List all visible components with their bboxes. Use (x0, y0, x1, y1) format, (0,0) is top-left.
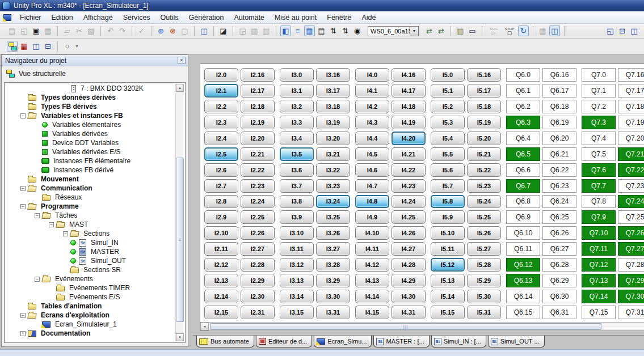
io-button-Q6.7[interactable]: Q6.7 (506, 179, 540, 193)
insert-columns-icon[interactable]: ▥ (261, 26, 272, 36)
io-button-I2.21[interactable]: I2.21 (241, 147, 275, 161)
collapse-box-icon[interactable]: − (35, 213, 40, 218)
io-button-I5.17[interactable]: I5.17 (467, 84, 501, 98)
io-button-Q7.31[interactable]: Q7.31 (618, 306, 644, 319)
io-button-Q7.20[interactable]: Q7.20 (618, 132, 644, 145)
io-button-I5.13[interactable]: I5.13 (431, 274, 465, 287)
io-button-Q7.30[interactable]: Q7.30 (618, 290, 644, 303)
paste-icon[interactable]: ▨ (86, 26, 96, 36)
io-button-I4.11[interactable]: I4.11 (355, 242, 389, 256)
io-button-I5.2[interactable]: I5.2 (431, 100, 465, 113)
io-button-I3.27[interactable]: I3.27 (316, 242, 350, 256)
io-button-I2.3[interactable]: I2.3 (204, 116, 238, 129)
menu-outils[interactable]: Outils (155, 12, 184, 23)
io-button-I2.8[interactable]: I2.8 (204, 195, 238, 209)
io-button-I3.10[interactable]: I3.10 (280, 226, 314, 240)
io-button-Q7.27[interactable]: Q7.27 (618, 242, 644, 256)
tree-item-instances-fb-d-riv[interactable]: Instances FB dérivé (6, 166, 175, 175)
io-button-I4.5[interactable]: I4.5 (355, 147, 389, 161)
io-button-Q6.30[interactable]: Q6.30 (542, 290, 576, 303)
tree-item-sections[interactable]: −Sections (6, 229, 175, 238)
io-button-Q7.2[interactable]: Q7.2 (582, 100, 616, 113)
io-button-Q6.24[interactable]: Q6.24 (542, 195, 576, 209)
io-button-I5.26[interactable]: I5.26 (467, 226, 501, 240)
io-button-I2.10[interactable]: I2.10 (204, 226, 238, 240)
tree-item-tables-d-animation[interactable]: Tables d'animation (6, 302, 175, 311)
io-button-I4.13[interactable]: I4.13 (355, 274, 389, 287)
run-icon[interactable]: RUN▷ (486, 26, 501, 36)
io-button-I4.12[interactable]: I4.12 (355, 258, 389, 272)
io-button-I2.6[interactable]: I2.6 (204, 163, 238, 177)
stop-icon[interactable]: STOP▢ (502, 26, 517, 36)
io-button-I5.31[interactable]: I5.31 (467, 306, 501, 319)
tab-bus-automate[interactable]: Bus automate (196, 336, 254, 347)
io-button-I2.29[interactable]: I2.29 (241, 274, 275, 287)
io-button-Q6.19[interactable]: Q6.19 (542, 116, 576, 129)
io-button-I2.9[interactable]: I2.9 (204, 210, 238, 224)
io-button-Q7.14[interactable]: Q7.14 (582, 290, 616, 303)
scroll-up-icon[interactable]: ▲ (176, 84, 184, 92)
io-button-Q7.9[interactable]: Q7.9 (582, 210, 616, 224)
tree-item-simul-in[interactable]: Simul_IN (6, 238, 175, 247)
tree-item-types-fb-d-riv-s[interactable]: Types FB dérivés (6, 102, 175, 111)
io-button-I2.19[interactable]: I2.19 (241, 116, 275, 129)
screen-display-icon[interactable]: ◫ (199, 26, 209, 36)
tree-item-t-ches[interactable]: −Tâches (6, 211, 175, 220)
tab-simul-out[interactable]: Simul_OUT ... (488, 336, 545, 347)
io-button-I5.0[interactable]: I5.0 (431, 68, 465, 82)
io-button-Q7.8[interactable]: Q7.8 (582, 195, 616, 209)
io-button-Q6.15[interactable]: Q6.15 (506, 306, 540, 319)
io-button-I4.10[interactable]: I4.10 (355, 226, 389, 240)
io-button-Q6.3[interactable]: Q6.3 (506, 116, 540, 129)
menu-aide[interactable]: Aide (356, 12, 381, 23)
archive-icon[interactable]: ▤ (316, 26, 327, 36)
io-button-I3.14[interactable]: I3.14 (280, 290, 314, 303)
io-button-I3.2[interactable]: I3.2 (280, 100, 314, 113)
tree-item-ev-nements-e-s[interactable]: Evénements E/S (6, 293, 175, 302)
io-button-I4.25[interactable]: I4.25 (392, 210, 426, 224)
io-button-Q7.29[interactable]: Q7.29 (618, 274, 644, 287)
io-button-I2.0[interactable]: I2.0 (204, 68, 238, 82)
io-button-Q6.5[interactable]: Q6.5 (506, 147, 540, 161)
io-button-Q7.10[interactable]: Q7.10 (582, 226, 616, 240)
io-button-I5.8[interactable]: I5.8 (431, 195, 465, 209)
tree-item-documentation[interactable]: +Documentation (6, 329, 175, 338)
io-button-I3.9[interactable]: I3.9 (280, 210, 314, 224)
collapse-box-icon[interactable]: − (20, 113, 26, 118)
io-button-Q6.2[interactable]: Q6.2 (506, 100, 540, 113)
combo-dropdown-arrow-icon[interactable]: ▼ (410, 27, 418, 36)
tree-item-ecrans-d-exploitation[interactable]: −Ecrans d'exploitation (6, 311, 175, 320)
io-button-I2.30[interactable]: I2.30 (241, 290, 275, 303)
io-button-Q6.29[interactable]: Q6.29 (542, 274, 576, 287)
vertical-split-icon[interactable]: ◫ (31, 41, 41, 52)
io-button-Q7.24[interactable]: Q7.24 (618, 195, 644, 209)
io-button-Q6.12[interactable]: Q6.12 (506, 258, 540, 272)
io-button-Q6.18[interactable]: Q6.18 (542, 100, 576, 113)
save-icon[interactable]: ▣ (31, 26, 41, 36)
io-button-I5.14[interactable]: I5.14 (431, 290, 465, 303)
io-button-I2.14[interactable]: I2.14 (204, 290, 238, 303)
io-button-Q7.3[interactable]: Q7.3 (582, 116, 616, 129)
menu-edition[interactable]: Edition (47, 12, 78, 23)
io-button-I3.18[interactable]: I3.18 (316, 100, 350, 113)
io-button-I5.27[interactable]: I5.27 (467, 242, 501, 256)
io-button-I4.19[interactable]: I4.19 (392, 116, 426, 129)
structural-view-icon[interactable] (7, 41, 18, 52)
io-button-I2.26[interactable]: I2.26 (241, 226, 275, 240)
refresh-animation-icon[interactable]: ↻ (518, 26, 529, 36)
io-button-Q6.23[interactable]: Q6.23 (542, 179, 576, 193)
io-button-I4.29[interactable]: I4.29 (392, 274, 426, 287)
tree-item-types-donn-es-d-riv-s[interactable]: Types données dérivés (6, 93, 175, 102)
io-button-Q7.28[interactable]: Q7.28 (618, 258, 644, 272)
io-button-I3.22[interactable]: I3.22 (316, 163, 350, 177)
io-button-I3.15[interactable]: I3.15 (280, 306, 314, 319)
menu-automate[interactable]: Automate (229, 12, 270, 23)
io-button-I2.1[interactable]: I2.1 (204, 84, 238, 98)
transfer-to-plc-icon[interactable]: ⇄ (424, 26, 435, 36)
io-button-I4.24[interactable]: I4.24 (392, 195, 426, 209)
io-button-I2.4[interactable]: I2.4 (204, 132, 238, 145)
io-button-I3.6[interactable]: I3.6 (280, 163, 314, 177)
io-button-Q6.28[interactable]: Q6.28 (542, 258, 576, 272)
io-button-I3.4[interactable]: I3.4 (280, 132, 314, 145)
collapse-box-icon[interactable]: − (63, 231, 68, 236)
